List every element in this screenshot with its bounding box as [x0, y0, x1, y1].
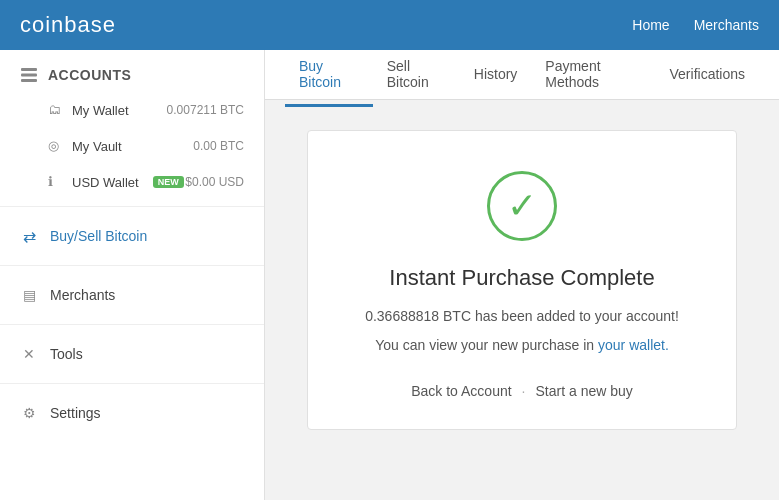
sidebar-item-my-wallet[interactable]: 🗂 My Wallet 0.007211 BTC — [0, 92, 264, 128]
wallet-link[interactable]: your wallet. — [598, 337, 669, 353]
svg-rect-0 — [21, 68, 37, 71]
accounts-icon — [20, 66, 38, 84]
nav-home[interactable]: Home — [632, 17, 669, 33]
sidebar-item-usd-wallet[interactable]: ℹ USD Wallet NEW $0.00 USD — [0, 164, 264, 200]
sidebar-item-my-vault[interactable]: ◎ My Vault 0.00 BTC — [0, 128, 264, 164]
settings-icon: ⚙ — [20, 404, 38, 422]
vault-icon: ◎ — [48, 138, 64, 154]
accounts-section: Accounts — [0, 50, 264, 92]
new-badge: NEW — [153, 176, 184, 188]
tab-buy-bitcoin[interactable]: Buy Bitcoin — [285, 50, 373, 107]
settings-label: Settings — [50, 405, 101, 421]
success-actions: Back to Account · Start a new buy — [348, 383, 696, 399]
top-nav: coinbase Home Merchants — [0, 0, 779, 50]
back-to-account-link[interactable]: Back to Account — [411, 383, 511, 399]
sidebar-item-tools[interactable]: ✕ Tools — [0, 331, 264, 377]
checkmark-icon: ✓ — [507, 188, 537, 224]
usd-wallet-label: USD Wallet — [72, 175, 139, 190]
svg-rect-1 — [21, 74, 37, 77]
buy-sell-label: Buy/Sell Bitcoin — [50, 228, 147, 244]
sidebar-divider-2 — [0, 265, 264, 266]
my-vault-label: My Vault — [72, 139, 122, 154]
sidebar-item-buy-sell[interactable]: ⇄ Buy/Sell Bitcoin — [0, 213, 264, 259]
merchants-icon: ▤ — [20, 286, 38, 304]
action-separator: · — [522, 383, 526, 399]
my-wallet-amount: 0.007211 BTC — [167, 103, 244, 117]
tools-icon: ✕ — [20, 345, 38, 363]
merchants-label: Merchants — [50, 287, 115, 303]
wallet-icon: 🗂 — [48, 102, 64, 118]
logo: coinbase — [20, 12, 116, 38]
content-area: Buy Bitcoin Sell Bitcoin History Payment… — [265, 50, 779, 500]
usd-icon: ℹ — [48, 174, 64, 190]
sidebar-divider-1 — [0, 206, 264, 207]
success-description: 0.36688818 BTC has been added to your ac… — [348, 305, 696, 327]
content-body: ✓ Instant Purchase Complete 0.36688818 B… — [265, 100, 779, 460]
accounts-label: Accounts — [48, 67, 131, 83]
sidebar-item-merchants[interactable]: ▤ Merchants — [0, 272, 264, 318]
my-wallet-label: My Wallet — [72, 103, 129, 118]
success-card: ✓ Instant Purchase Complete 0.36688818 B… — [307, 130, 737, 430]
sidebar-divider-3 — [0, 324, 264, 325]
buy-sell-icon: ⇄ — [20, 227, 38, 245]
tools-label: Tools — [50, 346, 83, 362]
sidebar-divider-4 — [0, 383, 264, 384]
success-title: Instant Purchase Complete — [348, 265, 696, 291]
tab-payment-methods[interactable]: Payment Methods — [531, 50, 655, 107]
nav-merchants[interactable]: Merchants — [694, 17, 759, 33]
success-wallet-text: You can view your new purchase in your w… — [348, 337, 696, 353]
svg-rect-2 — [21, 79, 37, 82]
tab-history[interactable]: History — [460, 52, 532, 99]
usd-wallet-amount: $0.00 USD — [185, 175, 244, 189]
tab-verifications[interactable]: Verifications — [656, 52, 759, 99]
top-nav-links: Home Merchants — [632, 17, 759, 33]
my-vault-amount: 0.00 BTC — [193, 139, 244, 153]
main-layout: Accounts 🗂 My Wallet 0.007211 BTC ◎ My V… — [0, 50, 779, 500]
success-icon-circle: ✓ — [487, 171, 557, 241]
sidebar: Accounts 🗂 My Wallet 0.007211 BTC ◎ My V… — [0, 50, 265, 500]
tab-sell-bitcoin[interactable]: Sell Bitcoin — [373, 50, 460, 107]
start-new-buy-link[interactable]: Start a new buy — [536, 383, 633, 399]
sidebar-item-settings[interactable]: ⚙ Settings — [0, 390, 264, 436]
sub-nav: Buy Bitcoin Sell Bitcoin History Payment… — [265, 50, 779, 100]
